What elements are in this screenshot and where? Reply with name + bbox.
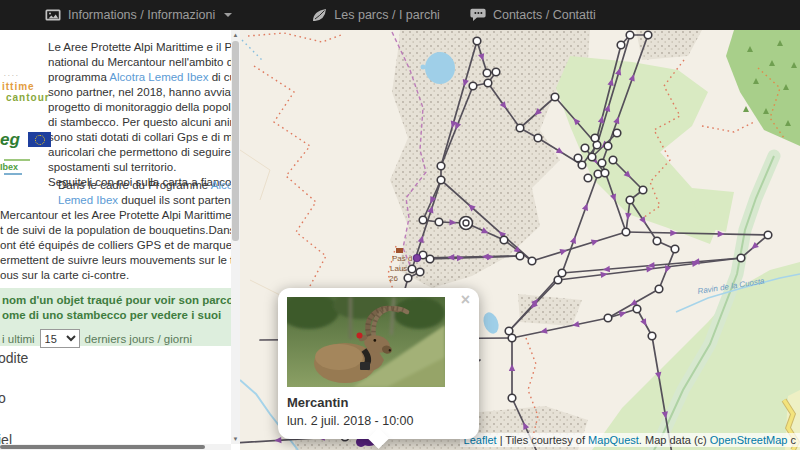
track-waypoint[interactable] [534,134,542,142]
intro-paragraph-it: Le Aree Protette Alpi Marittime e il Par… [48,40,240,190]
track-waypoint[interactable] [639,186,647,194]
track-waypoint[interactable] [644,31,652,39]
track-waypoint[interactable] [764,231,772,239]
track-waypoint[interactable] [437,162,445,170]
track-waypoint[interactable] [404,274,412,282]
track-waypoint[interactable] [671,245,679,253]
track-waypoint[interactable] [598,159,606,167]
track-waypoint[interactable] [574,154,582,162]
popup-date: lun. 2 juil. 2018 - 10:00 [287,414,468,428]
track-waypoint[interactable] [613,129,621,137]
track-waypoint[interactable] [581,144,589,152]
nav-parcs-label: Les parcs / I parchi [334,8,440,22]
attribution-link[interactable]: MapQuest [588,434,639,446]
parks-logo: ···· ittime cantour [0,70,50,103]
caret-down-icon [224,13,232,17]
lake [421,65,426,70]
track-waypoint[interactable] [437,176,445,184]
map-attribution: Leaflet | Tiles courtesy of MapQuest. Ma… [460,433,800,447]
chat-icon [470,8,486,22]
track-waypoint[interactable] [604,142,612,150]
map-label: 26 [389,274,398,283]
ibex-list-item[interactable]: odite [0,350,28,366]
leaf-icon [312,8,327,22]
track-waypoint[interactable] [604,314,612,322]
app-window: Informations / Informazioni Les parcs / … [0,0,800,450]
track-waypoint[interactable] [469,82,477,90]
track-waypoint[interactable] [416,268,424,276]
top-navbar: Informations / Informazioni Les parcs / … [0,0,800,30]
nav-informations-label: Informations / Informazioni [68,8,215,22]
track-waypoint[interactable] [516,252,524,260]
track-waypoint[interactable] [500,236,508,244]
scroll-down-arrow-icon[interactable]: ▼ [231,434,240,444]
sidebar-horizontal-scrollbar[interactable] [0,444,231,450]
nav-contacts-label: Contacts / Contatti [493,8,596,22]
interreg-logo: eg [0,130,51,151]
track-waypoint[interactable] [626,31,634,39]
track-waypoint[interactable] [473,37,481,45]
map-popup: × [278,288,479,439]
ibex-list-item[interactable]: o [0,390,6,406]
track-waypoint[interactable] [737,254,745,262]
track-waypoint[interactable] [419,216,427,224]
track-waypoint[interactable] [633,305,641,313]
track-waypoint[interactable] [516,124,524,132]
nav-parcs[interactable]: Les parcs / I parchi [312,8,440,22]
track-waypoint[interactable] [601,169,609,177]
pass-marker-icon [396,248,403,253]
track-waypoint[interactable] [609,156,617,164]
ibex-photo [287,297,445,387]
instructions-line-it: ome di uno stambecco per vedere i suoi [0,308,231,323]
track-waypoint[interactable] [492,68,500,76]
map-label: Pas d [392,254,412,263]
scroll-up-arrow-icon[interactable]: ▲ [231,30,240,40]
track-waypoint[interactable] [584,174,592,182]
track-waypoint[interactable] [622,228,630,236]
attribution-link[interactable]: OpenStreetMap [710,434,788,446]
photo-icon [45,8,61,22]
track-waypoint-highlighted[interactable] [414,255,421,262]
track-waypoint[interactable] [591,134,599,142]
map-label: Laus [390,264,407,273]
lemed-ibex-logo: Ibex [0,158,30,177]
sidebar: Le Aree Protette Alpi Marittime e il Par… [0,30,240,450]
track-waypoint[interactable] [435,218,443,226]
track-waypoint[interactable] [508,334,516,342]
alcotra-link[interactable]: Lemed Ibex [58,194,118,206]
track-waypoint[interactable] [648,332,656,340]
track-waypoint[interactable] [617,41,625,49]
instructions-line-fr: nom d'un objet traqué pour voir son parc… [0,293,231,308]
track-waypoint[interactable] [484,79,492,87]
vertical-scroll-thumb[interactable] [232,41,239,241]
track-waypoint[interactable] [408,265,416,273]
track-waypoint[interactable] [508,394,516,402]
map-canvas[interactable]: Pas dLaus26Ravin de la Cuosta Leaflet | … [240,30,800,450]
track-waypoint[interactable] [588,153,596,161]
track-waypoint[interactable] [483,69,491,77]
horizontal-scroll-thumb[interactable] [0,445,205,449]
popup-animal-name: Mercantin [287,395,468,410]
days-suffix-label: derniers jours / giorni [85,333,192,345]
instructions-box: nom d'un objet traqué pour voir son parc… [0,288,231,346]
nav-contacts[interactable]: Contacts / Contatti [470,8,596,22]
alcotra-link[interactable]: Alcotra Lemed Ibex [109,71,208,83]
days-prefix-label: i ultimi [2,333,35,345]
days-select[interactable]: 15 [40,329,80,348]
track-waypoint[interactable] [554,276,562,284]
track-waypoint[interactable] [528,257,536,265]
track-waypoint[interactable] [655,285,663,293]
days-filter-row: i ultimi 15 derniers jours / giorni [0,329,231,348]
intro-paragraph-fr: Dans le cadre du Programme AlcotraLemed … [0,178,240,283]
popup-close-icon[interactable]: × [461,292,470,308]
nav-informations[interactable]: Informations / Informazioni [45,8,232,22]
track-waypoint[interactable] [653,237,661,245]
sidebar-vertical-scrollbar[interactable]: ▲ ▼ [231,30,240,444]
lake [425,52,455,84]
track-waypoint[interactable] [551,93,559,101]
track-waypoint[interactable] [626,196,634,204]
